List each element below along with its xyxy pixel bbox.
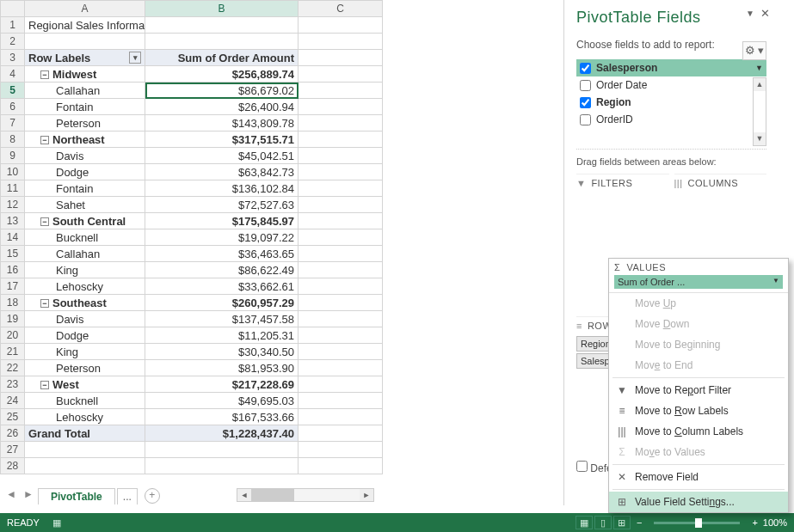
field-orderid[interactable]: OrderID — [576, 111, 766, 128]
cell[interactable] — [299, 278, 383, 295]
salesperson-cell[interactable]: Bucknell — [25, 393, 145, 409]
row-header[interactable]: 9 — [1, 148, 25, 164]
row-header[interactable]: 4 — [1, 66, 25, 83]
row-header[interactable]: 24 — [1, 393, 25, 409]
field-checkbox[interactable] — [580, 80, 591, 91]
tab-nav-prev[interactable]: ◄ — [3, 488, 19, 504]
row-header[interactable]: 25 — [1, 409, 25, 425]
cell[interactable] — [299, 262, 383, 278]
region-row[interactable]: −West — [25, 376, 145, 393]
row-header[interactable]: 7 — [1, 115, 25, 131]
grand-total-label[interactable]: Grand Total — [25, 425, 145, 442]
collapse-icon[interactable]: − — [40, 136, 49, 144]
row-header[interactable]: 10 — [1, 164, 25, 180]
sheet-tab-pivottable[interactable]: PivotTable — [38, 488, 115, 504]
view-pagelayout-icon[interactable]: ▯ — [594, 516, 612, 529]
salesperson-cell[interactable]: Lehoscky — [25, 409, 145, 425]
row-header[interactable]: 2 — [1, 34, 25, 50]
sum-header[interactable]: Sum of Order Amount — [145, 50, 299, 66]
row-header[interactable]: 16 — [1, 262, 25, 278]
salesperson-cell[interactable]: Callahan — [25, 246, 145, 262]
cell[interactable] — [299, 360, 383, 376]
cell[interactable] — [299, 180, 383, 197]
select-all-corner[interactable] — [1, 1, 25, 17]
row-header[interactable]: 11 — [1, 180, 25, 197]
value-cell[interactable]: $81,953.90 — [145, 360, 299, 376]
col-header-a[interactable]: A — [25, 1, 145, 17]
cell[interactable] — [299, 311, 383, 327]
cell[interactable] — [299, 83, 383, 99]
cell[interactable] — [299, 50, 383, 66]
salesperson-cell[interactable]: King — [25, 262, 145, 278]
collapse-icon[interactable]: − — [40, 217, 49, 226]
value-cell[interactable]: $36,463.65 — [145, 246, 299, 262]
cell[interactable] — [299, 99, 383, 115]
cell[interactable] — [299, 148, 383, 164]
row-header[interactable]: 22 — [1, 360, 25, 376]
col-header-b[interactable]: B — [145, 1, 299, 17]
cell[interactable] — [25, 442, 145, 458]
salesperson-cell[interactable]: Lehoscky — [25, 278, 145, 295]
cell[interactable] — [299, 376, 383, 393]
row-header[interactable]: 21 — [1, 344, 25, 360]
zoom-thumb[interactable] — [695, 518, 702, 528]
zoom-in-button[interactable]: + — [752, 517, 757, 528]
salesperson-cell[interactable]: Fontain — [25, 180, 145, 197]
salesperson-cell[interactable]: Bucknell — [25, 229, 145, 246]
cell[interactable] — [299, 327, 383, 344]
chevron-down-icon[interactable]: ▼ — [755, 64, 763, 72]
cell[interactable] — [299, 409, 383, 425]
row-header[interactable]: 6 — [1, 99, 25, 115]
salesperson-cell[interactable]: Dodge — [25, 327, 145, 344]
row-header[interactable]: 20 — [1, 327, 25, 344]
collapse-icon[interactable]: − — [40, 70, 49, 79]
row-header[interactable]: 18 — [1, 295, 25, 311]
cell[interactable] — [299, 131, 383, 148]
collapse-icon[interactable]: − — [40, 381, 49, 389]
cell[interactable] — [25, 34, 145, 50]
region-total[interactable]: $175,845.97 — [145, 213, 299, 229]
region-total[interactable]: $256,889.74 — [145, 66, 299, 83]
menu-move-to-report-filter[interactable]: ▼ Move to Report Filter — [609, 380, 788, 401]
horizontal-scrollbar[interactable]: ◄ ► — [237, 488, 374, 502]
zoom-slider[interactable] — [654, 522, 740, 524]
cell[interactable] — [299, 458, 383, 474]
zoom-out-button[interactable]: − — [637, 517, 642, 528]
value-cell[interactable]: $30,340.50 — [145, 344, 299, 360]
cell[interactable] — [299, 197, 383, 213]
pane-layout-dropdown[interactable]: ▼ — [746, 9, 754, 18]
cell[interactable] — [145, 34, 299, 50]
region-total[interactable]: $217,228.69 — [145, 376, 299, 393]
tab-nav-next[interactable]: ► — [21, 488, 36, 504]
row-header[interactable]: 8 — [1, 131, 25, 148]
value-cell[interactable]: $72,527.63 — [145, 197, 299, 213]
field-checkbox[interactable] — [580, 63, 591, 74]
region-total[interactable]: $260,957.29 — [145, 295, 299, 311]
value-cell[interactable]: $49,695.03 — [145, 393, 299, 409]
region-row[interactable]: −Midwest — [25, 66, 145, 83]
scroll-down-arrow[interactable]: ▼ — [754, 132, 766, 145]
row-header[interactable]: 28 — [1, 458, 25, 474]
row-header[interactable]: 14 — [1, 229, 25, 246]
cell[interactable] — [145, 458, 299, 474]
title-cell[interactable]: Regional Sales Information — [25, 17, 145, 34]
filter-dropdown-icon[interactable]: ▾ — [129, 52, 141, 64]
row-header[interactable]: 13 — [1, 213, 25, 229]
value-cell[interactable]: $11,205.31 — [145, 327, 299, 344]
value-cell[interactable]: $33,662.61 — [145, 278, 299, 295]
ctx-header-pill[interactable]: Sum of Order ...▼ — [614, 275, 783, 289]
salesperson-cell[interactable]: Sahet — [25, 197, 145, 213]
view-pagebreak-icon[interactable]: ⊞ — [613, 516, 631, 529]
cell[interactable] — [299, 66, 383, 83]
salesperson-cell[interactable]: Peterson — [25, 115, 145, 131]
cell[interactable] — [299, 344, 383, 360]
salesperson-cell[interactable]: Peterson — [25, 360, 145, 376]
value-cell[interactable]: $19,097.22 — [145, 229, 299, 246]
row-header[interactable]: 12 — [1, 197, 25, 213]
row-header[interactable]: 15 — [1, 246, 25, 262]
value-cell[interactable]: $63,842.73 — [145, 164, 299, 180]
value-cell[interactable]: $86,679.02 — [145, 83, 299, 99]
zoom-level[interactable]: 100% — [763, 517, 787, 528]
menu-move-to-column-labels[interactable]: ||| Move to Column Labels — [609, 421, 788, 442]
field-checkbox[interactable] — [580, 97, 591, 108]
